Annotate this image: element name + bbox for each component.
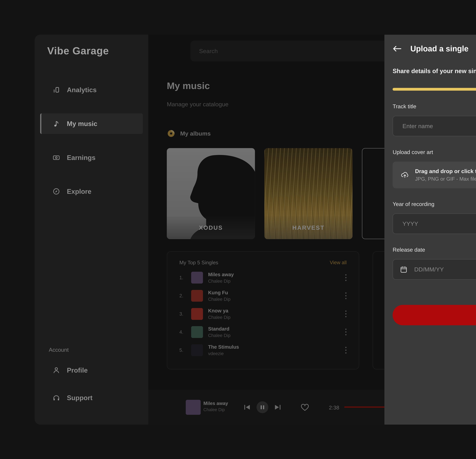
sidebar-nav: Analytics My music Earnings [35,79,148,202]
top-singles-title: My Top 5 Singles [179,259,218,265]
track-rank: 3. [179,311,187,317]
album-title: HARVEST [264,216,353,239]
music-note-icon [52,119,60,128]
sidebar: Vibe Garage Analytics My music [35,35,148,424]
album-title: XODUS [167,216,255,239]
page-subtitle: Manage your catalogue [167,101,229,108]
track-rank: 2. [179,293,187,299]
track-artist: Chalee Dip [208,297,230,302]
player-track-title: Miles away [204,401,228,406]
app-logo: Vibe Garage [47,45,109,57]
year-input[interactable] [393,213,476,234]
elapsed-time: 2:38 [329,405,339,411]
person-icon [52,366,60,375]
track-title: Standard [208,326,230,332]
sidebar-item-my-music[interactable]: My music [40,114,143,134]
sidebar-item-explore[interactable]: Explore [40,181,143,202]
pause-button[interactable] [256,401,268,413]
sidebar-item-support[interactable]: Support [40,388,143,408]
headset-icon [52,393,60,402]
track-rank: 5. [179,347,187,353]
kebab-menu-icon[interactable] [345,292,347,299]
view-all-link[interactable]: View all [330,260,347,265]
track-artist: Chalee Dip [208,315,230,320]
panel-subtitle: Share details of your new single here. [393,68,476,75]
compass-icon [52,187,60,196]
track-title-input[interactable] [393,116,476,136]
sidebar-item-profile[interactable]: Profile [40,360,143,380]
track-rank: 4. [179,329,187,335]
calendar-icon [400,265,408,273]
track-thumbnail [191,344,203,356]
player-track-artist: Chalee Dip [204,407,228,412]
screen: Vibe Garage Analytics My music [0,0,476,459]
track-row[interactable]: 4. Standard Chalee Dip [167,323,359,341]
step-progress-indicator [393,88,476,91]
page-title: My music [167,80,210,91]
kebab-menu-icon[interactable] [345,310,347,317]
cover-art-dropzone[interactable]: Drag and drop or click to upload JPG, PN… [393,161,476,188]
next-track-button[interactable] [274,403,282,411]
panel-header: Upload a single [393,44,476,53]
upload-single-panel: Upload a single Share details of your ne… [384,35,476,424]
track-rank: 1. [179,275,187,280]
sidebar-item-analytics[interactable]: Analytics [40,79,143,100]
track-artist: Chalee Dip [208,279,234,284]
sidebar-item-label: Earnings [67,154,96,161]
release-date-label: Release date [393,247,476,253]
sidebar-item-earnings[interactable]: Earnings [40,147,143,168]
track-artist: Chalee Dip [208,333,230,338]
account-section-label: Account [49,347,148,353]
track-row[interactable]: 2. Kung Fu Chalee Dip [167,287,359,305]
my-albums-label-text: My albums [180,130,211,137]
top-singles-card: My Top 5 Singles View all 1. Miles away … [167,251,359,370]
track-title: Know ya [208,308,230,314]
sidebar-item-label: Support [67,394,93,402]
sidebar-account-section: Account Profile Support [35,347,148,408]
sidebar-item-label: My music [67,120,97,128]
track-row[interactable]: 5. The Stimulus vdeezie [167,341,359,359]
kebab-menu-icon[interactable] [345,328,347,335]
top-singles-header: My Top 5 Singles View all [167,252,359,269]
track-row[interactable]: 3. Know ya Chalee Dip [167,305,359,323]
kebab-menu-icon[interactable] [345,274,347,281]
dropzone-instruction: Drag and drop or click to upload [415,168,476,174]
player-track-thumbnail [186,400,201,415]
year-label: Year of recording [393,201,476,207]
cloud-upload-icon [400,171,409,179]
track-thumbnail [191,308,203,320]
sidebar-item-label: Profile [67,366,88,374]
app-window: Vibe Garage Analytics My music [35,35,476,424]
track-artist: vdeezie [208,351,239,356]
cover-art-label: Upload cover art [393,149,476,155]
track-thumbnail [191,290,203,302]
track-thumbnail [191,326,203,338]
bar-chart-icon [52,86,60,94]
favorite-heart-icon[interactable] [301,403,309,412]
kebab-menu-icon[interactable] [345,347,347,354]
album-card-harvest[interactable]: HARVEST [264,148,353,239]
album-card-xodus[interactable]: XODUS [167,148,255,239]
wallet-icon [52,153,60,162]
next-button[interactable]: Next [393,305,476,325]
dropzone-filetypes: JPG, PNG or GIF - Max file size 4MB [415,176,476,182]
sidebar-item-label: Explore [67,188,92,195]
progress-segment-active [393,88,476,91]
track-title: Kung Fu [208,290,230,295]
track-title-label: Track title [393,103,476,109]
panel-title: Upload a single [410,44,468,53]
track-row[interactable]: 1. Miles away Chalee Dip [167,269,359,287]
vinyl-disc-icon [167,129,175,138]
previous-track-button[interactable] [243,403,251,411]
back-arrow-icon[interactable] [393,45,401,52]
track-title: Miles away [208,272,234,277]
track-thumbnail [191,272,203,283]
track-title: The Stimulus [208,344,239,350]
sidebar-item-label: Analytics [67,86,97,94]
my-albums-section-label: My albums [167,129,211,138]
